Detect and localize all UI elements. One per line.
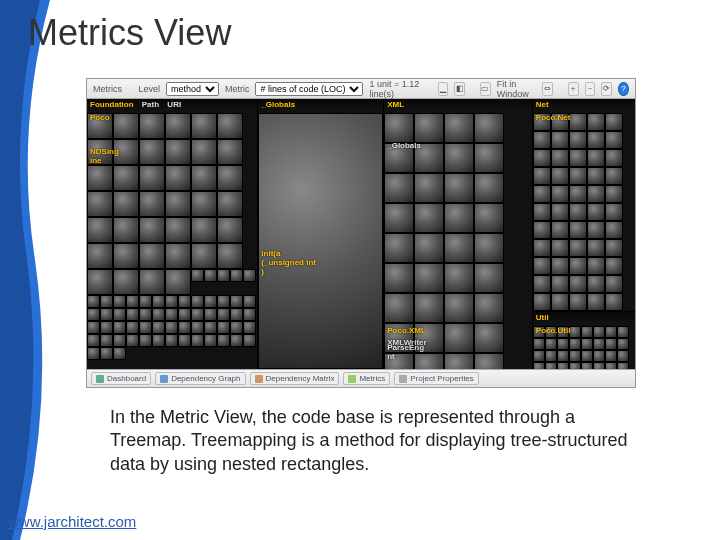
treemap-cell[interactable] <box>87 347 100 360</box>
treemap-cell[interactable] <box>587 239 605 257</box>
treemap-cell[interactable] <box>617 350 629 362</box>
treemap-cell[interactable] <box>569 362 581 369</box>
treemap-cell[interactable] <box>230 308 243 321</box>
treemap-cell[interactable] <box>557 362 569 369</box>
treemap-cell[interactable] <box>581 350 593 362</box>
treemap-cell[interactable] <box>605 167 623 185</box>
treemap-cell[interactable] <box>100 308 113 321</box>
treemap-cell[interactable] <box>165 295 178 308</box>
treemap-cell[interactable] <box>113 321 126 334</box>
treemap-cell[interactable] <box>587 203 605 221</box>
zoom-in-icon[interactable]: ＋ <box>568 82 579 96</box>
treemap-cell[interactable] <box>557 338 569 350</box>
treemap-cell[interactable] <box>243 321 256 334</box>
treemap-cell[interactable] <box>551 131 569 149</box>
treemap-cell[interactable] <box>139 165 165 191</box>
treemap-cell[interactable] <box>139 139 165 165</box>
treemap-cell[interactable] <box>152 321 165 334</box>
treemap-cell[interactable] <box>551 167 569 185</box>
treemap-cell[interactable] <box>113 217 139 243</box>
treemap-cell[interactable] <box>605 203 623 221</box>
treemap-cell[interactable] <box>533 257 551 275</box>
reset-icon[interactable]: ⟳ <box>601 82 612 96</box>
treemap-cell[interactable] <box>152 334 165 347</box>
treemap-cell[interactable] <box>587 131 605 149</box>
treemap-cell[interactable] <box>217 321 230 334</box>
treemap-cell[interactable] <box>444 203 474 233</box>
treemap-cell[interactable] <box>139 308 152 321</box>
treemap-cell[interactable] <box>551 185 569 203</box>
treemap-cell[interactable] <box>204 269 217 282</box>
treemap-cell[interactable] <box>217 295 230 308</box>
treemap-cell[interactable] <box>569 113 587 131</box>
treemap-cell[interactable] <box>113 334 126 347</box>
treemap-cell[interactable] <box>593 338 605 350</box>
treemap-cell[interactable] <box>569 275 587 293</box>
treemap-cell[interactable] <box>165 269 191 295</box>
treemap-cell[interactable] <box>587 113 605 131</box>
treemap-cell[interactable] <box>126 321 139 334</box>
treemap-cell[interactable] <box>605 275 623 293</box>
treemap-cell[interactable] <box>533 362 545 369</box>
footer-link[interactable]: www.jarchitect.com <box>8 513 136 530</box>
treemap-cell[interactable] <box>204 334 217 347</box>
treemap-cell[interactable] <box>217 139 243 165</box>
treemap-cell[interactable] <box>605 113 623 131</box>
treemap-cell[interactable] <box>230 321 243 334</box>
treemap-cell[interactable] <box>191 139 217 165</box>
treemap-cell[interactable] <box>217 334 230 347</box>
treemap-cell[interactable] <box>178 321 191 334</box>
treemap-cell[interactable] <box>139 217 165 243</box>
treemap-cell[interactable] <box>444 233 474 263</box>
treemap-cell[interactable] <box>533 338 545 350</box>
treemap-cell[interactable] <box>113 295 126 308</box>
treemap-cell[interactable] <box>113 113 139 139</box>
treemap-cell[interactable] <box>587 293 605 311</box>
level-select[interactable]: method <box>166 82 219 96</box>
treemap-cell[interactable] <box>533 167 551 185</box>
treemap-cell[interactable] <box>191 308 204 321</box>
treemap-cell[interactable] <box>414 113 444 143</box>
treemap-cell[interactable] <box>204 308 217 321</box>
treemap-cell[interactable] <box>569 239 587 257</box>
treemap-cell[interactable] <box>178 308 191 321</box>
treemap-cell[interactable] <box>569 185 587 203</box>
treemap-cell[interactable] <box>551 293 569 311</box>
treemap-cell[interactable] <box>113 269 139 295</box>
zoom-out-icon[interactable]: － <box>585 82 596 96</box>
treemap-cell[interactable] <box>100 321 113 334</box>
treemap-cell[interactable] <box>605 326 617 338</box>
treemap-cell[interactable] <box>384 173 414 203</box>
treemap-cell[interactable] <box>474 143 504 173</box>
treemap-cell[interactable] <box>557 350 569 362</box>
treemap-cell[interactable] <box>243 295 256 308</box>
treemap-cell[interactable] <box>414 263 444 293</box>
treemap-cell[interactable] <box>139 113 165 139</box>
treemap-cell[interactable] <box>191 321 204 334</box>
treemap-cell[interactable] <box>152 295 165 308</box>
treemap-cell[interactable] <box>165 217 191 243</box>
treemap-cell[interactable] <box>444 113 474 143</box>
treemap-cell[interactable] <box>617 362 629 369</box>
treemap-cell[interactable] <box>414 173 444 203</box>
treemap-cell[interactable] <box>587 257 605 275</box>
treemap-cell[interactable] <box>165 139 191 165</box>
treemap-cell[interactable] <box>605 293 623 311</box>
treemap-cell[interactable] <box>204 321 217 334</box>
treemap-cell[interactable] <box>139 334 152 347</box>
treemap-cell[interactable] <box>217 217 243 243</box>
treemap-cell[interactable] <box>204 295 217 308</box>
help-icon[interactable]: ? <box>618 82 629 96</box>
tab-dependency-graph[interactable]: Dependency Graph <box>155 372 245 385</box>
treemap-cell[interactable] <box>444 323 474 353</box>
treemap-cell[interactable] <box>474 293 504 323</box>
treemap-cell[interactable] <box>605 221 623 239</box>
fit-icon[interactable]: ▭ <box>480 82 491 96</box>
treemap-cell[interactable] <box>593 350 605 362</box>
treemap-cell[interactable] <box>569 167 587 185</box>
treemap-cell[interactable] <box>100 347 113 360</box>
treemap-cell[interactable] <box>243 334 256 347</box>
treemap-cell[interactable] <box>569 257 587 275</box>
treemap-cell[interactable] <box>551 203 569 221</box>
treemap-cell[interactable] <box>617 338 629 350</box>
